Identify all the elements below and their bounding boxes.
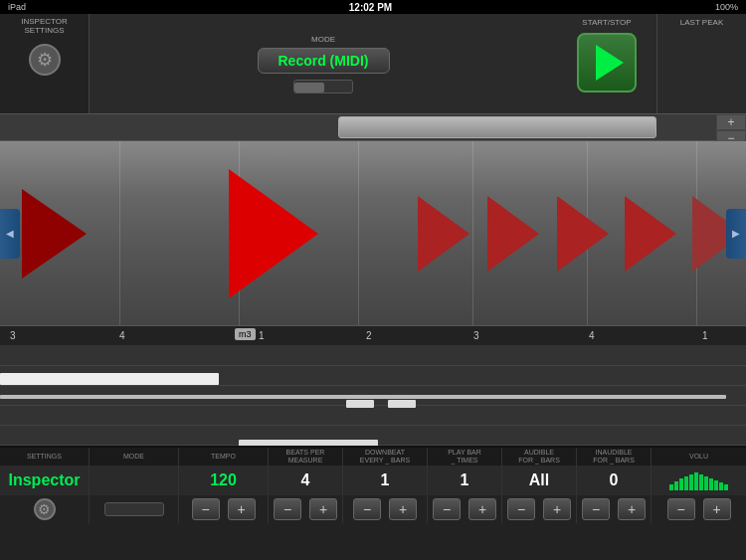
volume-plus-button[interactable]: +	[703, 498, 731, 520]
vol-bar-8	[704, 476, 708, 490]
playbar-value: 1	[461, 471, 469, 489]
ctrl-beats: − +	[269, 495, 343, 523]
sequencer[interactable]: ◀ ▶	[0, 141, 746, 325]
beats-value: 4	[301, 471, 310, 489]
audible-plus-button[interactable]: +	[543, 498, 571, 520]
settings-col-label: SETTINGS	[27, 453, 62, 461]
beats-col-label: BEATS PERMEASURE	[286, 449, 325, 464]
ctrl-inaudible: − +	[577, 495, 652, 523]
bottom-labels-row: SETTINGS MODE TEMPO BEATS PERMEASURE DOW…	[0, 448, 746, 466]
playbar-plus-button[interactable]: +	[468, 498, 496, 520]
col-audible: AUDIBLEFOR _ BARS	[502, 448, 577, 466]
inaudible-col-label: INAUDIBLEFOR _ BARS	[593, 449, 635, 464]
play-triangle-icon	[596, 45, 624, 81]
bottom-controls-row: ⚙ − + − + − + − + − + − + − +	[0, 495, 746, 523]
grid-line	[472, 141, 473, 325]
beat-4b: 4	[589, 330, 595, 341]
transport-scroll[interactable]: + −	[0, 113, 746, 141]
grid-line	[119, 141, 120, 325]
volume-col-label: VOLU	[689, 453, 708, 461]
clock: 12:02 PM	[349, 2, 392, 13]
record-button[interactable]: Record (MIDI)	[258, 48, 390, 74]
vol-bar-4	[684, 476, 688, 490]
playbar-minus-button[interactable]: −	[433, 498, 461, 520]
device-label: iPad	[8, 2, 26, 12]
beat-numbers-row: 3 4 m3 1 2 3 4 1	[0, 325, 746, 345]
roll-row	[0, 385, 746, 386]
play-button[interactable]	[577, 33, 637, 93]
ctrl-playbar: − +	[428, 495, 502, 523]
beats-plus-button[interactable]: +	[309, 498, 337, 520]
volume-bars	[669, 470, 728, 490]
mode-slider[interactable]	[293, 80, 353, 93]
playbar-col-label: PLAY BAR_ TIMES	[448, 449, 481, 464]
inspector-value: Inspector	[8, 471, 80, 489]
ctrl-mode	[90, 495, 179, 523]
val-inspector: Inspector	[0, 466, 90, 495]
inspector-settings-label: INSPECTORSETTINGS	[21, 18, 68, 36]
col-mode: MODE	[90, 448, 179, 466]
vol-bar-6	[694, 472, 698, 490]
tempo-col-label: TEMPO	[211, 453, 236, 461]
sequencer-handle-left[interactable]: ◀	[0, 209, 20, 259]
inaudible-plus-button[interactable]: +	[618, 498, 646, 520]
ctrl-downbeat: − +	[343, 495, 428, 523]
mode-section: MODE Record (MIDI)	[90, 14, 557, 113]
val-tempo: 120	[179, 466, 269, 495]
vol-bar-1	[669, 484, 673, 490]
roll-row	[0, 425, 746, 426]
downbeat-value: 1	[381, 471, 390, 489]
note-block-sm1	[346, 400, 374, 408]
mode-slider-bottom[interactable]	[104, 502, 164, 516]
beat-1: 1	[259, 330, 265, 341]
tempo-value: 120	[210, 471, 237, 489]
vol-bar-10	[714, 480, 718, 490]
tempo-plus-button[interactable]: +	[228, 498, 256, 520]
last-peak-label: LAST PEAK	[680, 18, 723, 27]
downbeat-col-label: DOWNBEATEVERY _ BARS	[360, 449, 410, 464]
inspector-settings-button[interactable]: INSPECTORSETTINGS ⚙	[0, 14, 90, 113]
val-downbeat: 1	[343, 466, 428, 495]
grid-line	[358, 141, 359, 325]
start-stop-label: START/STOP	[582, 18, 631, 27]
audible-col-label: AUDIBLEFOR _ BARS	[518, 449, 560, 464]
vol-bar-5	[689, 474, 693, 490]
play-arrow-sm4	[625, 196, 676, 272]
col-tempo: TEMPO	[179, 448, 269, 466]
beat-2: 2	[366, 330, 372, 341]
inaudible-minus-button[interactable]: −	[582, 498, 610, 520]
col-downbeat: DOWNBEATEVERY _ BARS	[343, 448, 428, 466]
mode-label: MODE	[311, 35, 335, 44]
ctrl-volume: − +	[652, 495, 746, 523]
downbeat-plus-button[interactable]: +	[389, 498, 417, 520]
play-arrow-sm1	[418, 196, 469, 272]
val-inaudible: 0	[577, 466, 652, 495]
note-block-long	[0, 373, 219, 385]
ctrl-tempo: − +	[179, 495, 269, 523]
bottom-gear-icon[interactable]: ⚙	[34, 498, 56, 520]
ctrl-audible: − +	[502, 495, 577, 523]
scroll-thumb[interactable]	[338, 116, 656, 138]
last-peak-section: LAST PEAK	[656, 14, 746, 113]
col-settings: SETTINGS	[0, 448, 90, 466]
tempo-minus-button[interactable]: −	[192, 498, 220, 520]
bottom-bar: SETTINGS MODE TEMPO BEATS PERMEASURE DOW…	[0, 446, 746, 560]
volume-minus-button[interactable]: −	[667, 498, 695, 520]
gear-icon: ⚙	[29, 44, 61, 76]
vol-bar-3	[679, 478, 683, 490]
play-arrow	[22, 189, 87, 279]
audible-minus-button[interactable]: −	[507, 498, 535, 520]
vol-bar-9	[709, 478, 713, 490]
audible-value: All	[529, 471, 549, 489]
battery: 100%	[715, 2, 738, 12]
col-inaudible: INAUDIBLEFOR _ BARS	[577, 448, 652, 466]
header: INSPECTORSETTINGS ⚙ MODE Record (MIDI) S…	[0, 14, 746, 113]
downbeat-minus-button[interactable]: −	[353, 498, 381, 520]
beat-4: 4	[119, 330, 125, 341]
beats-minus-button[interactable]: −	[274, 498, 301, 520]
vol-bar-2	[674, 481, 678, 490]
zoom-in-button[interactable]: +	[716, 114, 746, 130]
val-audible: All	[502, 466, 577, 495]
sequencer-handle-right[interactable]: ▶	[726, 209, 746, 259]
val-playbar: 1	[428, 466, 502, 495]
